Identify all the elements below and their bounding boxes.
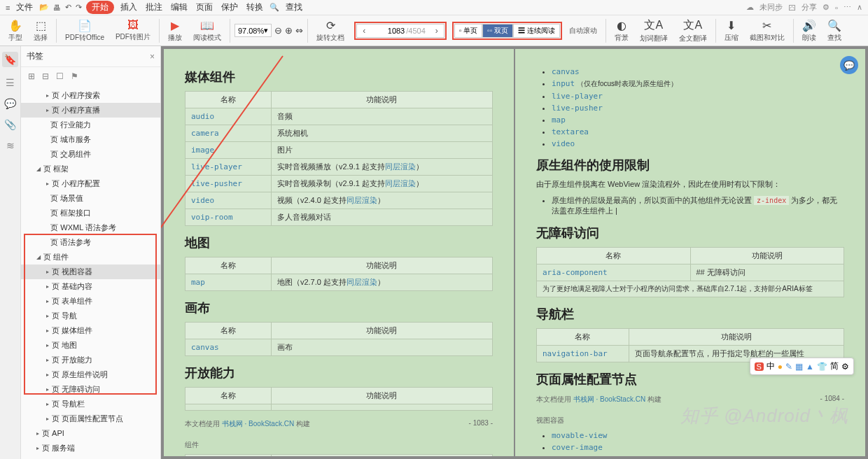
bookmark-flag-icon[interactable]: ⚑ xyxy=(71,71,78,81)
tree-item[interactable]: 页 WXML 语法参考 xyxy=(21,220,160,235)
tree-item[interactable]: ▸页 视图容器 xyxy=(21,264,160,279)
tab-insert[interactable]: 插入 xyxy=(118,1,139,13)
view-container-list: movable-viewcover-imagecover-viewmatch-m… xyxy=(536,430,844,456)
bookmark-add-icon[interactable]: ☐ xyxy=(56,71,64,81)
tree-item[interactable]: ▸页 无障碍访问 xyxy=(21,382,160,397)
share-icon[interactable]: ⮹ xyxy=(788,3,796,12)
outline-icon[interactable]: ☰ xyxy=(6,77,15,88)
settings-icon[interactable]: ⚙ xyxy=(822,3,830,12)
table-row: canvas画布 xyxy=(186,339,493,356)
list-item: cover-image xyxy=(552,442,844,453)
tree-item[interactable]: 页 框架接口 xyxy=(21,206,160,220)
tree-item[interactable]: ▸页 表单组件 xyxy=(21,294,160,309)
next-page-icon[interactable]: › xyxy=(430,24,444,37)
dropdown-icon[interactable]: ▫ xyxy=(835,3,838,12)
tree-item[interactable]: 页 语法参考 xyxy=(21,235,160,250)
attachment-icon[interactable]: 📎 xyxy=(4,119,16,130)
native-intro: 由于原生组件脱离在 WebView 渲染流程外，因此在使用时有以下限制： xyxy=(536,179,844,190)
page-number-input[interactable] xyxy=(371,25,406,36)
menu-file[interactable]: 文件 xyxy=(14,1,35,13)
close-icon[interactable]: × xyxy=(150,52,155,62)
table-row: live-pusher实时音视频录制（v2.9.1 起支持同层渲染） xyxy=(186,176,493,192)
table-row: video视频（v2.4.0 起支持同层渲染） xyxy=(186,192,493,209)
compress-button[interactable]: ⬇压缩 xyxy=(720,17,743,44)
heading-native-limit: 原生组件的使用限制 xyxy=(536,157,844,174)
search-icon[interactable]: 🔍 xyxy=(270,3,279,12)
word-translate[interactable]: 文A划词翻译 xyxy=(636,17,672,45)
page-right: 💬 canvasinput （仅在focus时表现为原生组件）live-play… xyxy=(515,49,865,456)
tree-item[interactable]: 页 行业能力 xyxy=(21,118,160,132)
tree-item[interactable]: ▸页 页面属性配置节点 xyxy=(21,411,160,426)
print-icon[interactable]: 🖶 xyxy=(53,3,61,12)
undo-icon[interactable]: ↶ xyxy=(65,3,71,12)
tree-item[interactable]: 页 城市服务 xyxy=(21,132,160,147)
tree-item[interactable]: ▸页 地图 xyxy=(21,338,160,353)
sync-status[interactable]: 未同步 xyxy=(760,2,783,13)
more-icon[interactable]: ⋯ xyxy=(844,3,851,12)
read-aloud[interactable]: 🔊朗读 xyxy=(798,17,820,44)
sync-icon[interactable]: ☁ xyxy=(746,3,754,12)
menu-hamburger-icon[interactable]: ≡ xyxy=(6,3,10,12)
zoom-in-icon[interactable]: ⊕ xyxy=(285,25,293,36)
tree-item[interactable]: ▸页 小程序直播 xyxy=(21,103,160,118)
heading-map: 地图 xyxy=(185,234,493,251)
zoom-out-icon[interactable]: ⊖ xyxy=(274,25,282,36)
tab-edit[interactable]: 编辑 xyxy=(169,1,190,13)
tree-item[interactable]: ▸页 导航 xyxy=(21,309,160,323)
read-mode[interactable]: 📖阅读模式 xyxy=(189,17,225,44)
ime-indicator[interactable]: S 中 ●✎▦▲👕 简⚙ xyxy=(750,358,854,375)
tree-item[interactable]: 页 交易组件 xyxy=(21,147,160,162)
comment-icon[interactable]: 💬 xyxy=(4,98,16,109)
chat-bubble-icon[interactable]: 💬 xyxy=(840,56,858,74)
tab-convert[interactable]: 转换 xyxy=(244,1,265,13)
play-button[interactable]: ▶播放 xyxy=(164,17,186,44)
heading-canvas: 画布 xyxy=(185,299,493,316)
tab-protect[interactable]: 保护 xyxy=(219,1,240,13)
find-button[interactable]: 🔍查找 xyxy=(823,17,846,44)
tab-page[interactable]: 页面 xyxy=(194,1,215,13)
prev-page-icon[interactable]: ‹ xyxy=(357,24,371,37)
tab-annotate[interactable]: 批注 xyxy=(144,1,164,13)
tree-item[interactable]: ▸页 媒体组件 xyxy=(21,323,160,338)
hand-tool[interactable]: ✋手型 xyxy=(4,17,27,44)
table-row: audio音频 xyxy=(186,108,493,125)
pdf-to-image[interactable]: 🖼PDF转图片 xyxy=(111,17,155,43)
tree-item[interactable]: ▸页 原生组件说明 xyxy=(21,367,160,382)
fit-width-icon[interactable]: ⇔ xyxy=(295,25,303,36)
full-translate[interactable]: 文A全文翻译 xyxy=(675,17,711,45)
crop-compare[interactable]: ✂截图和对比 xyxy=(746,17,789,44)
tree-item[interactable]: ◢页 框架 xyxy=(21,162,160,176)
view-continuous[interactable]: ☰ 连续阅读 xyxy=(513,24,560,38)
share-label[interactable]: 分享 xyxy=(802,2,817,13)
tree-item[interactable]: ▸页 工具 xyxy=(21,456,160,459)
auto-scroll[interactable]: 自动滚动 xyxy=(565,24,601,37)
expand-all-icon[interactable]: ⊞ xyxy=(28,71,35,81)
rotate-button[interactable]: ⟳旋转文档 xyxy=(312,17,349,44)
layers-icon[interactable]: ≋ xyxy=(6,140,15,151)
collapse-all-icon[interactable]: ⊟ xyxy=(42,71,49,81)
tree-item[interactable]: ▸页 服务端 xyxy=(21,441,160,456)
list-item: canvas xyxy=(552,66,844,78)
menu-search[interactable]: 查找 xyxy=(284,1,304,13)
pdf-to-office[interactable]: 📄PDF转Office xyxy=(61,17,108,44)
view-double[interactable]: ▫▫ 双页 xyxy=(482,24,513,38)
view-single[interactable]: ▫ 单页 xyxy=(454,24,482,38)
bookmark-tab-icon[interactable]: 🔖 xyxy=(2,52,18,67)
tree-item[interactable]: ▸页 小程序配置 xyxy=(21,176,160,191)
redo-icon[interactable]: ↷ xyxy=(76,3,82,12)
heading-media: 媒体组件 xyxy=(185,69,493,85)
tree-item[interactable]: ▸页 API xyxy=(21,426,160,441)
tree-item[interactable]: ▸页 基础内容 xyxy=(21,279,160,294)
tree-item[interactable]: ▸页 开放能力 xyxy=(21,353,160,367)
page-nav-highlight: ‹ /4504 › xyxy=(354,22,447,40)
tree-item[interactable]: ▸页 小程序搜索 xyxy=(21,88,160,103)
collapse-icon[interactable]: ∧ xyxy=(857,3,862,12)
open-icon[interactable]: 📂 xyxy=(39,3,49,12)
tree-item[interactable]: ◢页 组件 xyxy=(21,250,160,264)
background-button[interactable]: ◐背景 xyxy=(610,17,633,44)
zoom-input[interactable]: 97.08% ▾ xyxy=(234,24,272,37)
select-tool[interactable]: ⬚选择 xyxy=(29,17,52,44)
tree-item[interactable]: ▸页 导航栏 xyxy=(21,397,160,411)
tree-item[interactable]: 页 场景值 xyxy=(21,191,160,206)
tab-start[interactable]: 开始 xyxy=(86,1,114,14)
